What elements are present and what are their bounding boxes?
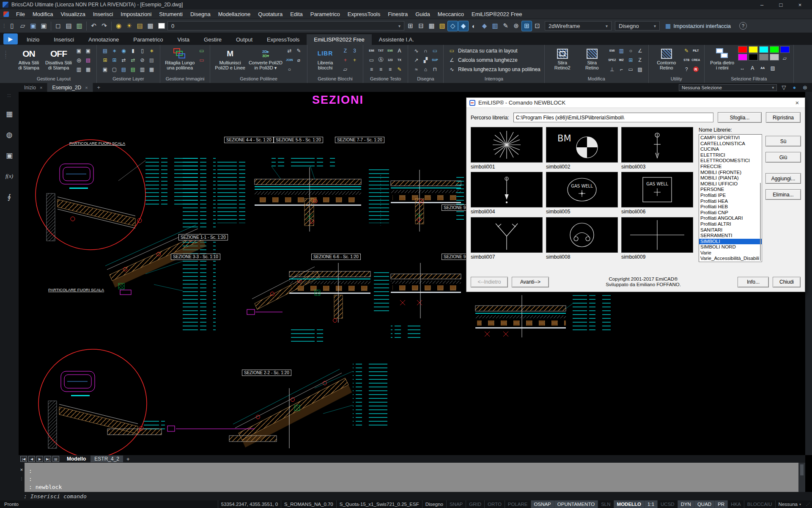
command-close-icon[interactable]: ✕ [20, 468, 23, 472]
library-item-simboli-nord[interactable]: SIMBOLI NORD [699, 244, 762, 250]
ribbon-tab-expresstools[interactable]: ExpressTools [260, 34, 307, 45]
color-swatch-c0c0c0[interactable] [770, 54, 779, 61]
r-badge-icon[interactable]: R [691, 65, 700, 74]
tx-edit-icon[interactable]: TX [395, 55, 404, 64]
layer-copy-icon[interactable]: ⇄ [129, 55, 137, 64]
library-item-elettrici[interactable]: ELETTRICI [699, 152, 762, 158]
char-sup-icon[interactable]: A [395, 46, 404, 55]
rileva-lunghezza-button[interactable]: ∿Rileva lunghezza lungo una polilinea [447, 65, 540, 74]
emi-text-icon[interactable]: EMI [367, 46, 376, 55]
status-field-disegno[interactable]: Disegno [422, 500, 446, 508]
undo-icon[interactable]: ↶ [88, 21, 99, 31]
workspace-select[interactable]: Disegno ▾ [615, 21, 660, 30]
select-add-icon[interactable]: ⊞ [405, 21, 416, 31]
library-item-profilati-heb[interactable]: Profilati HEB [699, 204, 762, 210]
symbol-tile-7[interactable] [471, 217, 543, 253]
txt-plus-icon[interactable]: TXT [376, 46, 385, 55]
status-field-hka[interactable]: HKA [727, 500, 744, 508]
library-item-persone[interactable]: PERSONE [699, 187, 762, 193]
panels-icon[interactable]: ⊞ [521, 21, 532, 31]
dialog-title-bar[interactable]: EmiLISP® - Comando NEWBLOCK × [466, 98, 805, 108]
nav-list-icon[interactable]: ▤ [52, 456, 59, 462]
color-swatch-00ffff[interactable] [759, 46, 768, 53]
status-field-polare[interactable]: POLARE [505, 500, 531, 508]
library-item-campi-sportivi[interactable]: CAMPI SPORTIVI [699, 135, 762, 141]
ribbon-tab-emilisp-2022-free[interactable]: EmiLISP®2022 Free [307, 34, 371, 45]
next-button[interactable]: Avanti--> [512, 277, 549, 287]
nav-prev-icon[interactable]: ◀ [28, 456, 35, 462]
publish-icon[interactable]: ▥ [74, 21, 85, 31]
unlock-box-icon[interactable]: ▢ [110, 65, 119, 74]
list-scrollbar[interactable] [760, 183, 761, 261]
layout-tab-modello[interactable]: Modello [63, 456, 90, 462]
image-clip-icon[interactable]: ▭ [197, 55, 206, 64]
command-scrollbar[interactable] [798, 463, 805, 492]
ribbon-tab-vista[interactable]: Vista [170, 34, 197, 45]
gear-icon[interactable]: ⊛ [801, 84, 809, 91]
polyline-length-icon[interactable]: ∿ [447, 65, 456, 74]
menu-item-edita[interactable]: Edita [286, 10, 307, 18]
symbol-tile-5[interactable]: GAS WELL [546, 172, 618, 207]
contorno-retino-button[interactable]: ContornoRetino [653, 46, 680, 71]
fields-icon[interactable]: f(x) [5, 171, 14, 181]
close-tab-icon[interactable]: × [40, 85, 42, 90]
distanza-carta-button[interactable]: ▭Distanza su carta in layout [447, 46, 540, 55]
disattiva-stili-stampa-button[interactable]: OFFDisattiva Stilidi Stampa [44, 46, 73, 71]
sup-icon[interactable]: SUP [431, 55, 439, 64]
reverse-pline-icon[interactable]: ⇄ [285, 46, 294, 55]
status-field-dyn[interactable]: DYN [678, 500, 694, 508]
status-field-snap[interactable]: SNAP [446, 500, 466, 508]
help-icon[interactable]: ? [739, 22, 747, 30]
block-sort-3-icon[interactable]: 3 [350, 46, 359, 55]
thaw-icon[interactable]: ∗ [147, 46, 156, 55]
resize-grip[interactable]: ⋰ [804, 502, 812, 506]
library-item-profilati-ipe[interactable]: Profilati IPE [699, 193, 762, 199]
menu-item-parametrico[interactable]: Parametrico [307, 10, 344, 18]
info-button[interactable]: Info... [738, 277, 769, 287]
box-blue-icon[interactable]: ▥ [617, 46, 626, 55]
align-right-icon[interactable]: ≡ [386, 65, 395, 74]
color-swatch-0000ff[interactable] [780, 46, 790, 53]
lock-box-icon[interactable]: ▣ [101, 65, 110, 74]
symbol-tile-1[interactable] [471, 127, 543, 163]
layer-green-icon[interactable]: ▤ [129, 65, 137, 74]
ribbon-tab-gestire[interactable]: Gestire [197, 34, 229, 45]
dialog-close-icon[interactable]: × [793, 99, 802, 106]
library-item-mobili-ufficio[interactable]: MOBILI UFFICIO [699, 181, 762, 187]
view-shade-icon[interactable]: ◆ [458, 21, 469, 31]
status-field-opuntamento[interactable]: OPUNTAMENTO [554, 500, 598, 508]
document-tab-inizio[interactable]: Inizio× [19, 83, 47, 92]
image-panel-icon[interactable]: ▣ [5, 151, 14, 160]
status-field-53354-2347-4355-3551-0[interactable]: 53354.2347, 4355.3551, 0 [218, 500, 281, 508]
pline-edit-icon[interactable]: ✎ [294, 46, 303, 55]
library-item-profilati-altri[interactable]: Profilati ALTRI [699, 221, 762, 227]
symbol-tile-2[interactable]: BM [546, 127, 618, 163]
close-icon[interactable]: × [790, 0, 809, 9]
menu-item-impostazioni[interactable]: Impostazioni [117, 10, 155, 18]
open-file-icon[interactable]: ▱ [17, 21, 28, 31]
new-document-button[interactable]: + [93, 83, 105, 92]
menu-item-file[interactable]: File [12, 10, 29, 18]
match-props-icon[interactable]: ▱ [780, 54, 789, 63]
wave-icon[interactable]: ≈ [412, 65, 421, 74]
rect-icon[interactable]: ▭ [626, 65, 635, 74]
rail-drag-handle[interactable]: ⋯⋯ [7, 94, 11, 98]
ritaglia-polilinea-button[interactable]: Ritaglia Lungouna polilinea [164, 46, 195, 71]
library-item-simboli[interactable]: SIMBOLI [699, 239, 762, 245]
page-setup-icon[interactable]: ▦ [84, 65, 93, 74]
new-layout-button[interactable]: + [124, 456, 132, 462]
print-styles-icon[interactable]: ▦ [145, 21, 156, 31]
section-icon[interactable]: ⌂ [421, 65, 430, 74]
color-swatch-ff0000[interactable] [738, 46, 747, 53]
block-sort-z-icon[interactable]: Z [341, 46, 350, 55]
symbol-tile-6[interactable]: GAS WELL [621, 172, 693, 207]
porta-dietro-button[interactable]: Porta dietroi retini [708, 46, 736, 71]
block-copy-icon[interactable]: ▱ [341, 65, 350, 74]
render-icon[interactable]: ◆ [479, 21, 490, 31]
layout-distance-icon[interactable]: ▭ [447, 47, 456, 55]
layer-move-icon[interactable]: ⇄ [119, 55, 128, 64]
menu-item-inserisci[interactable]: Inserisci [89, 10, 117, 18]
library-item-profilati-hea[interactable]: Profilati HEA [699, 199, 762, 204]
status-field-bloccaiu[interactable]: BLOCCAIU [744, 500, 775, 508]
status-field-orto[interactable]: ORTO [484, 500, 505, 508]
